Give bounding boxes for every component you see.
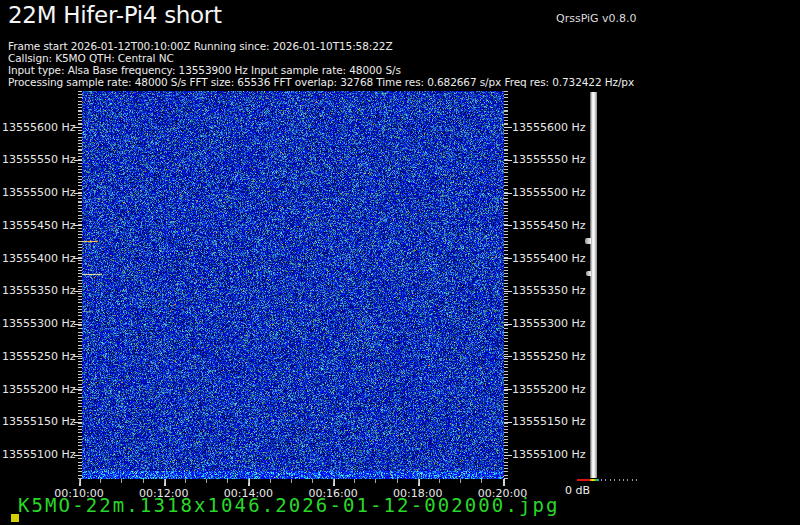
freq-tick-label: 13555600 Hz: [2, 122, 72, 133]
spectrogram-canvas: [82, 91, 504, 479]
freq-tick-label: 13555300 Hz: [2, 318, 72, 329]
time-minor-tick: [185, 479, 186, 483]
freq-tick-label: 13555150 Hz: [512, 416, 586, 427]
time-minor-tick: [439, 479, 440, 483]
freq-major-tick: [504, 389, 512, 390]
time-minor-tick: [354, 479, 355, 483]
header-frame-start-line: Frame start 2026-01-12T00:10:00Z Running…: [8, 40, 392, 52]
spectrum-peak-bump: [585, 238, 591, 244]
freq-tick-label: 13555400 Hz: [512, 253, 586, 264]
time-minor-tick: [460, 479, 461, 483]
freq-major-tick: [74, 389, 82, 390]
db-axis-zero-segment: [577, 479, 590, 481]
freq-major-tick: [504, 127, 512, 128]
db-zero-label: 0 dB: [558, 484, 590, 497]
freq-tick-label: 13555100 Hz: [2, 449, 72, 460]
freq-major-tick: [504, 225, 512, 226]
freq-major-tick: [504, 291, 512, 292]
header-processing-line: Processing sample rate: 48000 S/s FFT si…: [8, 76, 634, 88]
freq-major-tick: [74, 225, 82, 226]
freq-tick-label: 13555100 Hz: [512, 449, 586, 460]
freq-major-tick: [74, 160, 82, 161]
time-minor-tick: [227, 479, 228, 483]
freq-tick-label: 13555400 Hz: [2, 253, 72, 264]
freq-major-tick: [504, 356, 512, 357]
freq-tick-label: 13555600 Hz: [512, 122, 586, 133]
time-minor-tick: [248, 479, 249, 483]
freq-major-tick: [74, 455, 82, 456]
freq-major-tick: [74, 291, 82, 292]
time-minor-tick: [481, 479, 482, 483]
time-minor-tick: [143, 479, 144, 483]
freq-minor-ticks-left: [78, 91, 82, 479]
time-minor-tick: [100, 479, 101, 483]
time-minor-tick: [164, 479, 165, 483]
time-minor-tick: [79, 479, 80, 483]
time-minor-tick: [375, 479, 376, 483]
time-minor-tick: [121, 479, 122, 483]
freq-tick-label: 13555300 Hz: [512, 318, 586, 329]
freq-tick-label: 13555150 Hz: [2, 416, 72, 427]
time-minor-tick: [270, 479, 271, 483]
freq-major-tick: [74, 258, 82, 259]
freq-major-tick: [74, 422, 82, 423]
freq-tick-label: 13555350 Hz: [512, 285, 586, 296]
freq-tick-label: 13555450 Hz: [512, 220, 586, 231]
header-callsign-line: Callsign: K5MO QTH: Central NC: [8, 52, 174, 64]
header-input-line: Input type: Alsa Base frequency: 1355390…: [8, 64, 401, 76]
freq-tick-label: 13555250 Hz: [2, 351, 72, 362]
time-minor-tick: [397, 479, 398, 483]
spectrum-level-bar: [590, 92, 597, 478]
freq-major-tick: [74, 193, 82, 194]
db-axis-palette-segment: [590, 479, 599, 481]
corner-yellow-marker: [11, 514, 19, 522]
grabber-screenshot: 22M Hifer-Pi4 short QrssPiG v0.8.0 Frame…: [0, 0, 800, 525]
db-axis-minor-ticks: [601, 479, 641, 481]
time-major-tick: [503, 479, 505, 486]
freq-major-tick: [74, 127, 82, 128]
freq-major-tick: [504, 258, 512, 259]
freq-major-tick: [504, 160, 512, 161]
freq-tick-label: 13555550 Hz: [512, 154, 586, 165]
freq-tick-label: 13555200 Hz: [512, 384, 586, 395]
freq-tick-label: 13555500 Hz: [512, 187, 586, 198]
freq-major-tick: [74, 324, 82, 325]
output-filename-text: K5MO-22m.1318x1046.2026-01-12-002000.jpg: [18, 494, 560, 516]
time-minor-tick: [206, 479, 207, 483]
freq-tick-label: 13555250 Hz: [512, 351, 586, 362]
freq-major-tick: [74, 356, 82, 357]
freq-major-tick: [504, 193, 512, 194]
freq-major-tick: [504, 455, 512, 456]
freq-tick-label: 13555350 Hz: [2, 285, 72, 296]
spectrum-peak-bump: [586, 271, 591, 276]
freq-tick-label: 13555200 Hz: [2, 384, 72, 395]
app-version-label: QrssPiG v0.8.0: [556, 12, 637, 25]
time-minor-tick: [312, 479, 313, 483]
freq-major-tick: [504, 324, 512, 325]
page-title: 22M Hifer-Pi4 short: [8, 2, 222, 28]
time-minor-tick: [291, 479, 292, 483]
freq-tick-label: 13555550 Hz: [2, 154, 72, 165]
time-minor-tick: [333, 479, 334, 483]
freq-tick-label: 13555450 Hz: [2, 220, 72, 231]
freq-major-tick: [504, 422, 512, 423]
freq-minor-ticks-right: [504, 91, 508, 479]
freq-tick-label: 13555500 Hz: [2, 187, 72, 198]
time-minor-tick: [418, 479, 419, 483]
